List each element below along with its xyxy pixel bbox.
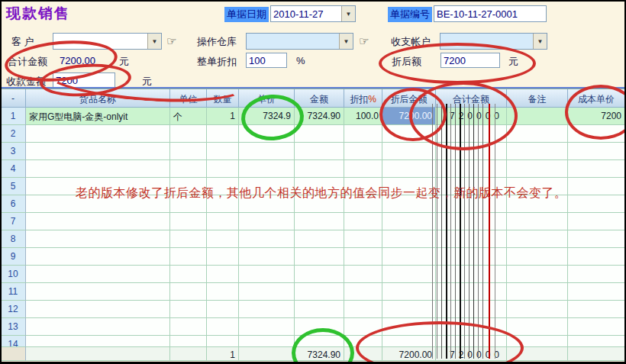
grid-cell-unit[interactable] bbox=[170, 160, 207, 178]
grid-cell-cost_price[interactable] bbox=[568, 125, 625, 143]
grid-cell-cost_price[interactable] bbox=[568, 178, 625, 195]
grid-cell-price[interactable] bbox=[239, 301, 295, 318]
grid-cell-discount[interactable] bbox=[344, 125, 382, 143]
grid-cell-remark[interactable] bbox=[507, 283, 568, 301]
grid-cell-rownum[interactable]: 13 bbox=[1, 318, 26, 336]
grid-cell-cost_price[interactable] bbox=[568, 347, 625, 361]
table-row[interactable]: 4 bbox=[1, 160, 626, 178]
grid-cell-remark[interactable] bbox=[507, 160, 568, 178]
grid-cell-qty[interactable] bbox=[207, 160, 239, 178]
grid-cell-qty[interactable]: 1 bbox=[207, 347, 239, 361]
chevron-down-icon[interactable]: ▼ bbox=[339, 34, 353, 49]
grid-cell-qty[interactable] bbox=[207, 301, 239, 318]
received-amount-input[interactable] bbox=[53, 72, 115, 88]
grid-cell-unit[interactable] bbox=[170, 347, 207, 361]
hand-pointer-icon[interactable]: ☞ bbox=[166, 34, 176, 48]
grid-cell-price[interactable] bbox=[239, 248, 295, 266]
grid-cell-remark[interactable] bbox=[507, 318, 568, 336]
column-header-rownum[interactable]: - bbox=[1, 89, 26, 108]
grid-cell-price[interactable] bbox=[239, 336, 295, 347]
table-row[interactable]: 2 bbox=[1, 125, 626, 143]
grid-cell-discount[interactable] bbox=[344, 143, 382, 160]
grid-cell-discount[interactable] bbox=[344, 336, 382, 347]
table-row[interactable]: 7 bbox=[1, 213, 626, 230]
column-header-discount[interactable]: 折扣% bbox=[344, 89, 382, 108]
table-row[interactable]: 8 bbox=[1, 230, 626, 248]
order-discount-input[interactable] bbox=[246, 53, 287, 68]
grid-cell-unit[interactable]: 个 bbox=[170, 108, 207, 125]
grid-cell-price[interactable] bbox=[239, 230, 295, 248]
grid-cell-total_amount[interactable] bbox=[436, 283, 507, 301]
grid-cell-qty[interactable] bbox=[207, 125, 239, 143]
grid-cell-rownum[interactable]: 12 bbox=[1, 301, 26, 318]
grid-cell-remark[interactable] bbox=[507, 301, 568, 318]
doc-date-combobox[interactable]: 2010-11-27 ▼ bbox=[270, 5, 356, 22]
grid-cell-discount[interactable] bbox=[344, 230, 382, 248]
table-row[interactable]: 1家用G型电脑-金奥-onlyit个17324.97324.90100.0720… bbox=[1, 108, 626, 125]
grid-cell-remark[interactable] bbox=[507, 347, 568, 361]
grid-cell-product[interactable] bbox=[26, 230, 170, 248]
grid-cell-cost_price[interactable] bbox=[568, 195, 625, 213]
grid-cell-total_amount[interactable] bbox=[436, 318, 507, 336]
hand-pointer-icon[interactable]: ☞ bbox=[359, 34, 369, 48]
grid-cell-price[interactable] bbox=[239, 125, 295, 143]
grid-cell-product[interactable] bbox=[26, 336, 170, 347]
chevron-down-icon[interactable]: ▼ bbox=[533, 34, 547, 49]
grid-cell-product[interactable] bbox=[26, 213, 170, 230]
grid-cell-rownum[interactable] bbox=[1, 347, 26, 361]
grid-cell-cost_price[interactable] bbox=[568, 248, 625, 266]
column-header-discounted_amount[interactable]: 折后金额 bbox=[382, 89, 436, 108]
column-header-product[interactable]: 货品名称 bbox=[26, 89, 170, 108]
grid-cell-cost_price[interactable] bbox=[568, 266, 625, 283]
column-header-qty[interactable]: 数量 bbox=[207, 89, 239, 108]
grid-cell-cost_price[interactable] bbox=[568, 160, 625, 178]
grid-cell-cost_price[interactable] bbox=[568, 283, 625, 301]
grid-cell-amount[interactable] bbox=[295, 160, 344, 178]
grid-cell-qty[interactable] bbox=[207, 143, 239, 160]
grid-cell-discounted_amount[interactable] bbox=[382, 160, 436, 178]
grid-cell-discounted_amount[interactable] bbox=[382, 248, 436, 266]
grid-cell-unit[interactable] bbox=[170, 125, 207, 143]
grid-cell-amount[interactable] bbox=[295, 266, 344, 283]
doc-no-input[interactable] bbox=[434, 5, 547, 22]
grid-cell-remark[interactable] bbox=[507, 266, 568, 283]
grid-cell-product[interactable] bbox=[26, 301, 170, 318]
chevron-down-icon[interactable]: ▼ bbox=[341, 6, 355, 21]
grid-cell-unit[interactable] bbox=[170, 301, 207, 318]
grid-cell-total_amount[interactable]: 720000 bbox=[436, 108, 507, 125]
table-row[interactable]: 11 bbox=[1, 283, 626, 301]
grid-cell-product[interactable] bbox=[26, 283, 170, 301]
grid-cell-total_amount[interactable]: 720000 bbox=[436, 347, 507, 361]
table-row[interactable]: 3 bbox=[1, 143, 626, 160]
grid-cell-discounted_amount[interactable] bbox=[382, 336, 436, 347]
grid-cell-amount[interactable] bbox=[295, 230, 344, 248]
grid-cell-price[interactable] bbox=[239, 318, 295, 336]
grid-cell-discounted_amount[interactable] bbox=[382, 318, 436, 336]
grid-cell-price[interactable] bbox=[239, 347, 295, 361]
column-header-remark[interactable]: 备注 bbox=[507, 89, 568, 108]
grid-cell-discount[interactable]: 100.0 bbox=[344, 108, 382, 125]
grid-cell-discounted_amount[interactable] bbox=[382, 143, 436, 160]
grid-cell-product[interactable] bbox=[26, 347, 170, 361]
grid-cell-remark[interactable] bbox=[507, 230, 568, 248]
grid-cell-discount[interactable] bbox=[344, 248, 382, 266]
column-header-cost_price[interactable]: 成本单价 bbox=[568, 89, 625, 108]
table-row[interactable]: 14 bbox=[1, 336, 626, 347]
grid-cell-discounted_amount[interactable]: 7200.00 bbox=[382, 347, 436, 361]
grid-cell-discount[interactable] bbox=[344, 213, 382, 230]
grid-cell-discount[interactable] bbox=[344, 318, 382, 336]
grid-cell-qty[interactable] bbox=[207, 318, 239, 336]
grid-cell-price[interactable] bbox=[239, 283, 295, 301]
grid-cell-discounted_amount[interactable]: 7200.00 bbox=[382, 108, 436, 125]
grid-cell-qty[interactable] bbox=[207, 283, 239, 301]
grid-cell-unit[interactable] bbox=[170, 318, 207, 336]
grid-cell-total_amount[interactable] bbox=[436, 143, 507, 160]
table-row[interactable]: 13 bbox=[1, 318, 626, 336]
grid-cell-rownum[interactable]: 9 bbox=[1, 248, 26, 266]
grid-cell-unit[interactable] bbox=[170, 213, 207, 230]
grid-cell-unit[interactable] bbox=[170, 248, 207, 266]
grid-cell-unit[interactable] bbox=[170, 266, 207, 283]
grid-cell-rownum[interactable]: 3 bbox=[1, 143, 26, 160]
grid-cell-qty[interactable] bbox=[207, 336, 239, 347]
grid-cell-cost_price[interactable] bbox=[568, 336, 625, 347]
